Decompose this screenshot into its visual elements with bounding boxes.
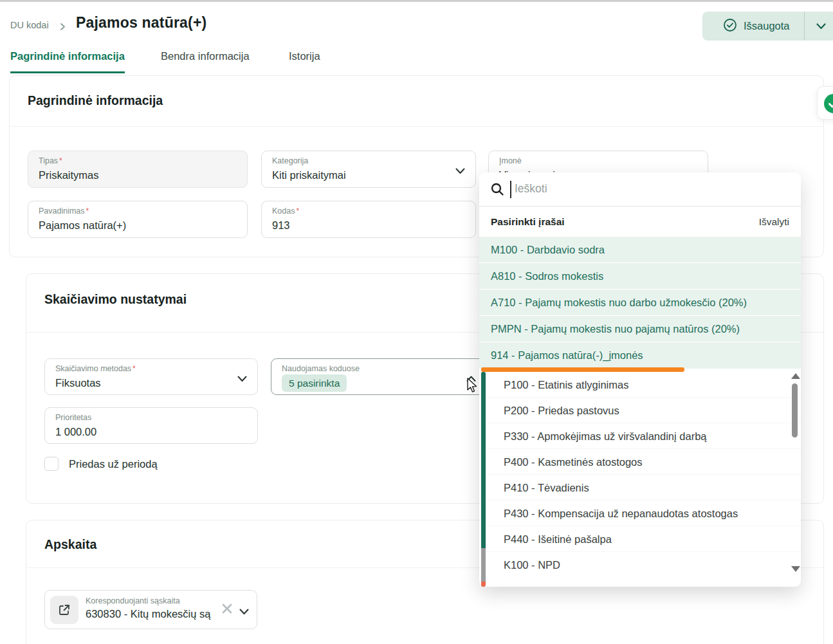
scrollbar-thumb[interactable] [792,383,798,437]
kodas-input[interactable]: Kodas* 913 [261,201,476,238]
selected-item[interactable]: A710 - Pajamų mokestis nuo darbo užmokes… [479,290,801,316]
kategorija-select[interactable]: Kategorija Kiti priskaitymai [261,151,476,188]
selected-item[interactable]: PMPN - Pajamų mokestis nuo pajamų natūro… [479,316,801,342]
chevron-down-icon [237,373,247,385]
dropdown-search-input[interactable]: Ieškoti [479,172,801,207]
left-indicator-strip-green [481,372,486,548]
mouse-cursor [463,377,480,394]
required-asterisk: * [86,207,89,216]
tab-bendra-informacija[interactable]: Bendra informacija [161,50,250,71]
left-indicator-strip-end [481,582,486,587]
metodas-value: Fiksuotas [55,375,248,391]
tab-istorija[interactable]: Istorija [289,50,320,71]
checkbox-label: Priedas už periodą [69,458,158,470]
pavadinimas-label: Pavadinimas [39,207,85,216]
tab-pagrindine-informacija[interactable]: Pagrindinė informacija [10,50,125,73]
option-item[interactable]: P440 - Išeitinė pašalpa [479,526,801,552]
selected-entries-title: Pasirinkti įrašai [491,216,565,228]
loading-progress-bar [481,367,684,372]
option-item[interactable]: P410 - Tėvadienis [479,475,801,501]
selected-item[interactable]: 914 - Pajamos natūra(-)_įmonės [479,342,801,369]
check-circle-icon [824,94,833,113]
tipas-value: Priskaitymas [39,167,238,183]
kategorija-value: Kiti priskaitymai [272,167,466,183]
option-item[interactable]: K100 - NPD [479,552,801,578]
prioritetas-value: 1 000.00 [55,424,248,439]
koresponduojanti-saskaita-select[interactable]: Koresponduojanti sąskaita 630830 - Kitų … [44,590,257,629]
kodas-value: 913 [272,217,466,233]
prioritetas-input[interactable]: Prioritetas 1 000.00 [44,407,258,444]
option-item[interactable]: P100 - Etatinis atlyginimas [479,372,801,398]
save-button-label: Išsaugota [744,20,790,32]
clear-x-icon[interactable] [221,602,233,618]
selected-items-list: M100 - Darbdavio sodra A810 - Sodros mok… [479,237,801,369]
koduose-label: Naudojamas koduose [282,364,360,373]
naudojamas-koduose-multiselect[interactable]: Naudojamas koduose 5 pasirinkta [271,358,487,395]
chevron-down-icon [239,606,249,618]
save-split-button: Išsaugota [702,12,833,41]
top-edge-line [0,0,833,2]
imone-label: Įmonė [499,156,522,165]
tipas-label: Tipas [39,156,58,165]
codes-dropdown-panel: Ieškoti Pasirinkti įrašai Išvalyti M100 … [479,172,801,587]
option-item[interactable]: P330 - Apmokėjimas už viršvalandinį darb… [479,423,801,449]
left-indicator-strip-gray [481,548,486,582]
main-info-title: Pagrindinė informacija [28,93,163,108]
scrollbar-up-arrow[interactable] [791,373,800,379]
metodas-label: Skaičiavimo metodas [55,364,131,373]
check-circle-icon [723,18,737,35]
saved-status-card[interactable] [817,86,833,120]
external-link-icon [58,603,71,616]
priedas-uz-perioda-checkbox-row[interactable]: Priedas už periodą [44,457,158,471]
checkbox[interactable] [44,457,59,471]
breadcrumb-parent-link[interactable]: DU kodai [10,20,49,30]
page: DU kodai Pajamos natūra(+) Išsaugota Pag… [0,0,833,644]
options-list: P100 - Etatinis atlyginimas P200 - Pried… [479,372,801,578]
chevron-down-icon [455,165,465,177]
selected-entries-header: Pasirinkti įrašai Išvalyti [479,207,801,237]
selected-item[interactable]: A810 - Sodros mokestis [479,263,801,290]
required-asterisk: * [296,207,299,216]
prioritetas-label: Prioritetas [55,413,91,422]
search-icon [490,182,504,199]
selected-item[interactable]: M100 - Darbdavio sodra [479,237,801,263]
option-item[interactable]: P400 - Kasmetinės atostogos [479,449,801,475]
tipas-field: Tipas* Priskaitymas [28,151,248,188]
calc-settings-title: Skaičiavimo nustatymai [44,292,187,307]
page-title: Pajamos natūra(+) [76,14,206,32]
card-divider [10,126,823,127]
pavadinimas-value: Pajamos natūra(+) [39,217,238,233]
breadcrumb-chevron-icon [59,21,66,33]
save-options-button[interactable] [805,12,833,41]
scrollbar-down-arrow[interactable] [791,566,800,572]
required-asterisk: * [59,156,62,165]
required-asterisk: * [133,364,136,373]
chevron-down-icon [816,23,826,30]
save-button[interactable]: Išsaugota [702,12,804,41]
clear-all-link[interactable]: Išvalyti [759,216,789,228]
option-item[interactable]: P430 - Kompensacija už nepanaudotas atos… [479,501,801,526]
text-caret [510,181,511,198]
kodas-label: Kodas [272,207,295,216]
option-item[interactable]: P200 - Priedas pastovus [479,398,801,423]
pavadinimas-input[interactable]: Pavadinimas* Pajamos natūra(+) [28,201,248,238]
apskaita-title: Apskaita [44,537,96,552]
open-account-button[interactable] [50,596,78,624]
saskaita-value: 630830 - Kitų mokesčių są [86,608,224,620]
skaiciavimo-metodas-select[interactable]: Skaičiavimo metodas* Fiksuotas [44,358,258,395]
search-placeholder: Ieškoti [515,182,547,196]
selected-count-chip: 5 pasirinkta [282,374,347,392]
saskaita-label: Koresponduojanti sąskaita [86,596,180,605]
kategorija-label: Kategorija [272,156,308,165]
